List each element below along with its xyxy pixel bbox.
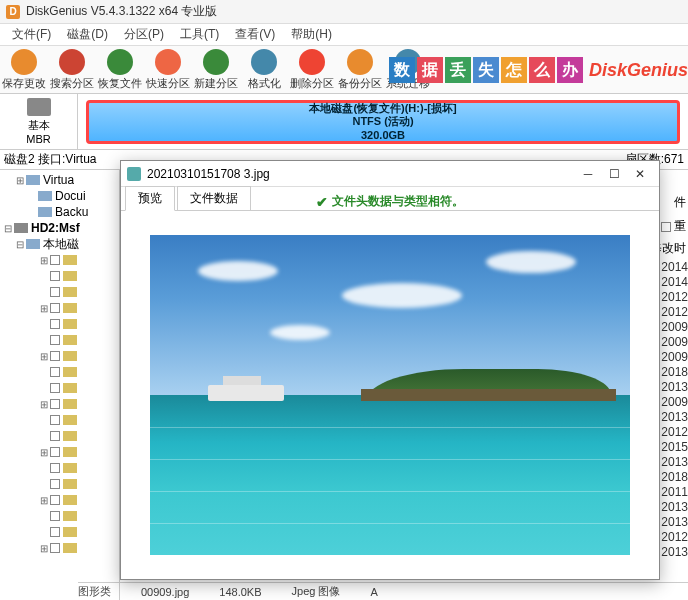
menu-item-2[interactable]: 分区(P) — [116, 24, 172, 45]
status-filename: 00909.jpg — [141, 586, 189, 598]
expand-icon[interactable]: ⊞ — [38, 495, 50, 506]
partition-fs: NTFS (活动) — [352, 115, 413, 128]
folder-icon — [63, 319, 77, 329]
checkbox-icon[interactable] — [50, 271, 60, 281]
checkbox-icon[interactable] — [50, 543, 60, 553]
close-button[interactable]: ✕ — [627, 165, 653, 183]
expand-icon[interactable]: ⊟ — [2, 223, 14, 234]
tree-check-node[interactable] — [2, 380, 117, 396]
menu-item-3[interactable]: 工具(T) — [172, 24, 227, 45]
date-cell: 2013 — [661, 410, 688, 425]
checkbox-icon[interactable] — [50, 527, 60, 537]
tool-format[interactable]: 格式化 — [240, 46, 288, 94]
checkbox-icon[interactable] — [50, 479, 60, 489]
date-cell: 2013 — [661, 455, 688, 470]
expand-icon[interactable]: ⊞ — [38, 255, 50, 266]
checkbox-icon[interactable] — [50, 255, 60, 265]
checkbox-icon[interactable] — [50, 319, 60, 329]
expand-icon[interactable]: ⊟ — [14, 239, 26, 250]
tool-quickpart[interactable]: 快速分区 — [144, 46, 192, 94]
tree-check-node[interactable]: ⊞ — [2, 300, 117, 316]
checkbox-icon[interactable] — [50, 351, 60, 361]
checkbox-icon[interactable] — [50, 383, 60, 393]
tree-check-node[interactable] — [2, 332, 117, 348]
menu-item-4[interactable]: 查看(V) — [227, 24, 283, 45]
checkbox-icon[interactable] — [50, 447, 60, 457]
tool-newpart[interactable]: 新建分区 — [192, 46, 240, 94]
tool-recover[interactable]: 恢复文件 — [96, 46, 144, 94]
minimize-button[interactable]: ─ — [575, 165, 601, 183]
status-category: 图形类 — [78, 584, 111, 599]
maximize-button[interactable]: ☐ — [601, 165, 627, 183]
tree-check-node[interactable]: ⊞ — [2, 540, 117, 556]
menu-item-1[interactable]: 磁盘(D) — [59, 24, 116, 45]
tool-label: 快速分区 — [146, 76, 190, 91]
partition-strip[interactable]: 本地磁盘(恢复文件)(H:)-[损坏] NTFS (活动) 320.0GB — [86, 100, 680, 144]
tool-search[interactable]: 搜索分区 — [48, 46, 96, 94]
checkbox-icon[interactable] — [50, 431, 60, 441]
banner-char: 么 — [529, 57, 555, 83]
tool-delete[interactable]: 删除分区 — [288, 46, 336, 94]
tab-filedata[interactable]: 文件数据 — [177, 186, 251, 210]
tab-preview[interactable]: 预览 — [125, 186, 175, 211]
expand-icon[interactable]: ⊞ — [14, 175, 26, 186]
disk-type-line1: 基本 — [28, 118, 50, 133]
folder-icon — [63, 335, 77, 345]
checkbox-icon[interactable] — [50, 415, 60, 425]
tree-check-node[interactable] — [2, 316, 117, 332]
date-cell: 2013 — [661, 380, 688, 395]
checkbox-icon[interactable] — [50, 463, 60, 473]
tree-check-node[interactable] — [2, 428, 117, 444]
expand-icon[interactable]: ⊞ — [38, 351, 50, 362]
checkbox-icon[interactable] — [50, 335, 60, 345]
tree-check-node[interactable]: ⊞ — [2, 492, 117, 508]
tool-save[interactable]: 保存更改 — [0, 46, 48, 94]
checkbox-icon[interactable] — [50, 495, 60, 505]
expand-icon[interactable]: ⊞ — [38, 399, 50, 410]
search-icon — [59, 49, 85, 75]
expand-icon[interactable]: ⊞ — [38, 543, 50, 554]
tool-label: 删除分区 — [290, 76, 334, 91]
tree-check-node[interactable]: ⊞ — [2, 396, 117, 412]
check-icon: ✔ — [316, 194, 328, 210]
checkbox-icon[interactable] — [50, 399, 60, 409]
menu-item-5[interactable]: 帮助(H) — [283, 24, 340, 45]
date-cell: 2009 — [661, 335, 688, 350]
preview-tabs: 预览 文件数据 ✔文件头数据与类型相符。 — [121, 187, 659, 211]
tree-node[interactable]: Backu — [2, 204, 117, 220]
tree-check-node[interactable]: ⊞ — [2, 444, 117, 460]
date-cell: 2018 — [661, 365, 688, 380]
checkbox-icon[interactable] — [50, 287, 60, 297]
header-checkbox[interactable]: 重 — [661, 218, 686, 235]
tree-check-node[interactable] — [2, 412, 117, 428]
status-size: 148.0KB — [219, 586, 261, 598]
tree-node[interactable]: ⊟本地磁 — [2, 236, 117, 252]
banner: 数据丢失怎么办DiskGenius — [389, 46, 688, 94]
tool-backup[interactable]: 备份分区 — [336, 46, 384, 94]
checkbox-icon[interactable] — [50, 303, 60, 313]
menu-item-0[interactable]: 文件(F) — [4, 24, 59, 45]
tree-check-node[interactable] — [2, 364, 117, 380]
menubar: 文件(F)磁盘(D)分区(P)工具(T)查看(V)帮助(H) — [0, 24, 688, 46]
tree-check-node[interactable] — [2, 508, 117, 524]
tree-node[interactable]: Docui — [2, 188, 117, 204]
expand-icon[interactable]: ⊞ — [38, 447, 50, 458]
part-icon — [38, 191, 52, 201]
tree-check-node[interactable]: ⊞ — [2, 252, 117, 268]
date-cell: 2018 — [661, 470, 688, 485]
tree-check-node[interactable] — [2, 268, 117, 284]
date-column: 2014201420122012200920092009201820132009… — [661, 260, 688, 560]
tree-check-node[interactable] — [2, 476, 117, 492]
tree-check-node[interactable]: ⊞ — [2, 348, 117, 364]
tree-check-node[interactable] — [2, 524, 117, 540]
tree-pane[interactable]: ⊞VirtuaDocuiBacku⊟HD2:Msf⊟本地磁⊞⊞⊞⊞⊞⊞⊞ — [0, 170, 120, 600]
tree-node[interactable]: ⊟HD2:Msf — [2, 220, 117, 236]
preview-titlebar[interactable]: 20210310151708 3.jpg ─ ☐ ✕ — [121, 161, 659, 187]
tree-check-node[interactable] — [2, 284, 117, 300]
checkbox-icon[interactable] — [50, 511, 60, 521]
expand-icon[interactable]: ⊞ — [38, 303, 50, 314]
tree-check-node[interactable] — [2, 460, 117, 476]
checkbox-icon[interactable] — [50, 367, 60, 377]
tool-label: 恢复文件 — [98, 76, 142, 91]
tree-node[interactable]: ⊞Virtua — [2, 172, 117, 188]
